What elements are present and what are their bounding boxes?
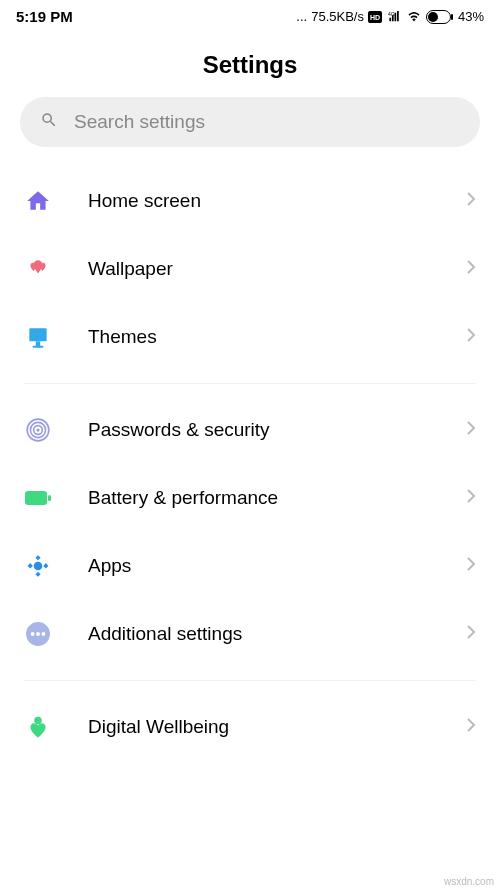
chevron-right-icon — [466, 259, 476, 279]
apps-icon — [24, 552, 52, 580]
settings-group-2: Passwords & security Battery & performan… — [0, 396, 500, 668]
svg-point-18 — [41, 632, 45, 636]
item-label: Additional settings — [88, 623, 466, 645]
divider — [24, 383, 476, 384]
svg-point-12 — [36, 428, 39, 431]
svg-point-17 — [36, 632, 40, 636]
search-bar[interactable] — [20, 97, 480, 147]
item-label: Home screen — [88, 190, 466, 212]
watermark: wsxdn.com — [444, 876, 494, 887]
chevron-right-icon — [466, 327, 476, 347]
passwords-security-item[interactable]: Passwords & security — [0, 396, 500, 464]
home-icon — [24, 187, 52, 215]
chevron-right-icon — [466, 624, 476, 644]
svg-rect-6 — [29, 328, 46, 341]
wallpaper-icon — [24, 255, 52, 283]
item-label: Themes — [88, 326, 466, 348]
chevron-right-icon — [466, 556, 476, 576]
wallpaper-item[interactable]: Wallpaper — [0, 235, 500, 303]
svg-rect-4 — [428, 12, 438, 22]
svg-text:HD: HD — [370, 14, 380, 21]
signal-icon: 4G — [386, 11, 402, 23]
volte-icon: HD — [368, 11, 382, 23]
svg-rect-5 — [451, 14, 453, 20]
status-dots: ... — [296, 9, 307, 24]
svg-point-16 — [31, 632, 35, 636]
item-label: Passwords & security — [88, 419, 466, 441]
search-icon — [40, 111, 58, 133]
themes-item[interactable]: Themes — [0, 303, 500, 371]
chevron-right-icon — [466, 420, 476, 440]
item-label: Battery & performance — [88, 487, 466, 509]
wifi-icon — [406, 11, 422, 23]
item-label: Wallpaper — [88, 258, 466, 280]
chevron-right-icon — [466, 191, 476, 211]
fingerprint-icon — [24, 416, 52, 444]
battery-icon — [24, 484, 52, 512]
svg-rect-13 — [25, 491, 47, 505]
status-bar: 5:19 PM ... 75.5KB/s HD 4G 43% — [0, 0, 500, 29]
chevron-right-icon — [466, 717, 476, 737]
battery-performance-item[interactable]: Battery & performance — [0, 464, 500, 532]
additional-settings-item[interactable]: Additional settings — [0, 600, 500, 668]
battery-status-icon — [426, 10, 454, 24]
svg-rect-8 — [33, 346, 44, 348]
svg-rect-14 — [48, 495, 51, 501]
themes-icon — [24, 323, 52, 351]
svg-point-19 — [34, 717, 42, 725]
wellbeing-icon — [24, 713, 52, 741]
battery-percent: 43% — [458, 9, 484, 24]
settings-group-3: Digital Wellbeing — [0, 693, 500, 761]
settings-group-1: Home screen Wallpaper Themes — [0, 167, 500, 371]
divider — [24, 680, 476, 681]
chevron-right-icon — [466, 488, 476, 508]
net-speed: 75.5KB/s — [311, 9, 364, 24]
home-screen-item[interactable]: Home screen — [0, 167, 500, 235]
item-label: Digital Wellbeing — [88, 716, 466, 738]
item-label: Apps — [88, 555, 466, 577]
status-time: 5:19 PM — [16, 8, 73, 25]
digital-wellbeing-item[interactable]: Digital Wellbeing — [0, 693, 500, 761]
apps-item[interactable]: Apps — [0, 532, 500, 600]
search-input[interactable] — [74, 111, 460, 133]
svg-text:4G: 4G — [388, 11, 395, 17]
status-right: ... 75.5KB/s HD 4G 43% — [296, 9, 484, 24]
page-title: Settings — [0, 51, 500, 79]
additional-icon — [24, 620, 52, 648]
